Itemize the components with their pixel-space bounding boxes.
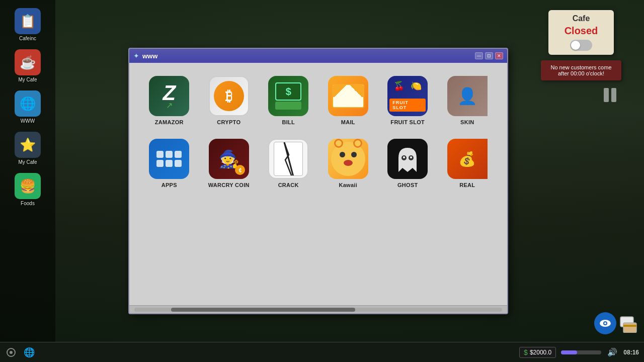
maximize-button[interactable]: ⊡ (485, 52, 493, 59)
taskbar-globe-icon[interactable]: 🌐 (23, 346, 35, 358)
foods-icon: 🍔 (15, 173, 41, 199)
cafe-title: Cafe (555, 14, 607, 23)
app-label-fruitslot: FRUIT SLOT (390, 119, 425, 125)
app-real[interactable]: 💰 REAL (440, 136, 495, 191)
fruitslot-icon: 🍒 🍋 FRUIT SLOT (387, 76, 428, 116)
www-icon: 🌐 (15, 90, 41, 117)
apps-icon (149, 139, 189, 179)
cafe-status: Closed (555, 25, 607, 37)
app-label-crack: CRACK (278, 182, 299, 188)
ghost-icon (387, 139, 428, 179)
app-bill[interactable]: $ BILL (261, 73, 316, 128)
app-zamazor[interactable]: Z ↗ ZAMAZOR (142, 73, 197, 128)
taskbar-volume-icon[interactable]: 🔊 (606, 346, 618, 358)
skin-icon: 👤 (447, 76, 488, 116)
svg-point-13 (10, 351, 13, 354)
exp-bar (561, 350, 601, 354)
mycafe-icon: ☕ (15, 49, 41, 75)
app-warcry[interactable]: 🧙 ₵ WARCRY COIN (202, 136, 257, 191)
sidebar-label-cafeinc: Cafeinc (19, 36, 36, 41)
app-apps[interactable]: APPS (142, 136, 197, 191)
sidebar-label-foods: Foods (21, 201, 35, 206)
scrollbar-thumb (171, 308, 355, 312)
exp-fill (561, 350, 577, 354)
kawaii-icon (328, 139, 368, 179)
close-button[interactable]: ✕ (495, 52, 503, 59)
bill-icon: $ (268, 76, 308, 116)
money-icon: $ (524, 348, 528, 356)
clock: 08:16 (623, 349, 639, 356)
app-skin[interactable]: 👤 SKIN (440, 73, 495, 128)
sidebar: 📋 Cafeinc ☕ My Cafe 🌐 WWW ⭐ My Cafe 🍔 Fo… (0, 0, 55, 342)
btc-circle: ₿ (214, 81, 244, 111)
taskbar-left: 🌐 (5, 346, 35, 358)
card-icon (618, 314, 637, 333)
pause-bar-right (611, 88, 616, 102)
sidebar-label-www: WWW (21, 118, 35, 124)
sidebar-item-mycafe[interactable]: ☕ My Cafe (5, 46, 50, 85)
svg-point-2 (604, 322, 606, 324)
cafe-toggle[interactable] (570, 40, 592, 51)
money-display: $ $2000.0 (519, 347, 556, 358)
sidebar-item-www[interactable]: 🌐 WWW (5, 87, 50, 127)
cafeinc-icon: 📋 (15, 8, 41, 34)
crack-svg (274, 142, 303, 176)
app-label-skin: SKIN (460, 119, 474, 125)
settings-svg (6, 347, 16, 357)
notification-box: No new customers come after 00:00 o'cloc… (541, 60, 621, 80)
crack-icon (268, 139, 308, 179)
star-icon: ⭐ (15, 132, 41, 158)
cafe-panel: Cafe Closed (548, 10, 614, 55)
svg-point-11 (410, 156, 412, 158)
svg-rect-6 (623, 325, 636, 327)
app-mail[interactable]: MAIL (321, 73, 376, 128)
sidebar-label-mycafe: My Cafe (18, 77, 37, 82)
toggle-knob (571, 41, 580, 50)
eye-button[interactable] (594, 312, 616, 334)
window-globe-icon: ✦ (133, 52, 139, 60)
minimize-button[interactable]: — (475, 52, 483, 59)
card-button[interactable] (617, 312, 639, 334)
scrollbar-track (134, 308, 502, 312)
app-label-real: REAL (459, 182, 475, 188)
taskbar-right: $ $2000.0 🔊 08:16 (519, 346, 639, 358)
window-title: www (142, 52, 157, 60)
svg-rect-5 (623, 323, 636, 333)
pause-bar-left (604, 88, 609, 102)
zamazor-icon: Z ↗ (149, 76, 189, 116)
app-label-crypto: CRYPTO (217, 119, 240, 125)
sidebar-item-cafeinc[interactable]: 📋 Cafeinc (5, 5, 50, 44)
app-kawaii[interactable]: Kawaii (321, 136, 376, 191)
app-label-mail: MAIL (341, 119, 355, 125)
window-title-left: ✦ www (133, 52, 157, 60)
sidebar-label-mycafe2: My Cafe (18, 159, 37, 165)
app-label-bill: BILL (282, 119, 295, 125)
app-label-ghost: GHOST (397, 182, 418, 188)
app-crypto[interactable]: ₿ CRYPTO (202, 73, 257, 128)
taskbar-settings-icon[interactable] (5, 346, 17, 358)
sidebar-item-mycafe2[interactable]: ⭐ My Cafe (5, 129, 50, 168)
warcry-icon: 🧙 ₵ (209, 139, 249, 179)
www-window: ✦ www — ⊡ ✕ Z ↗ ZAMAZOR (128, 48, 508, 314)
app-ghost[interactable]: GHOST (380, 136, 435, 191)
app-label-apps: APPS (162, 182, 177, 188)
window-controls: — ⊡ ✕ (475, 52, 503, 59)
real-icon: 💰 (447, 139, 488, 179)
crypto-icon: ₿ (209, 76, 249, 116)
money-amount: $2000.0 (530, 349, 551, 356)
mail-icon (328, 76, 368, 116)
ghost-svg (393, 143, 422, 175)
app-crack[interactable]: CRACK (261, 136, 316, 191)
app-grid: Z ↗ ZAMAZOR ₿ CRYPTO $ (142, 73, 495, 191)
window-titlebar: ✦ www — ⊡ ✕ (129, 49, 507, 63)
svg-point-10 (403, 156, 405, 158)
app-fruitslot[interactable]: 🍒 🍋 FRUIT SLOT FRUIT SLOT (380, 73, 435, 128)
pause-button[interactable] (604, 88, 616, 102)
eye-icon (599, 319, 611, 327)
app-label-zamazor: ZAMAZOR (155, 119, 184, 125)
sidebar-item-foods[interactable]: 🍔 Foods (5, 170, 50, 209)
window-content: Z ↗ ZAMAZOR ₿ CRYPTO $ (129, 63, 507, 305)
window-scrollbar[interactable] (129, 305, 507, 313)
notification-text: No new customers come after 00:00 o'cloc… (550, 64, 611, 76)
taskbar: 🌐 $ $2000.0 🔊 08:16 (0, 342, 644, 362)
